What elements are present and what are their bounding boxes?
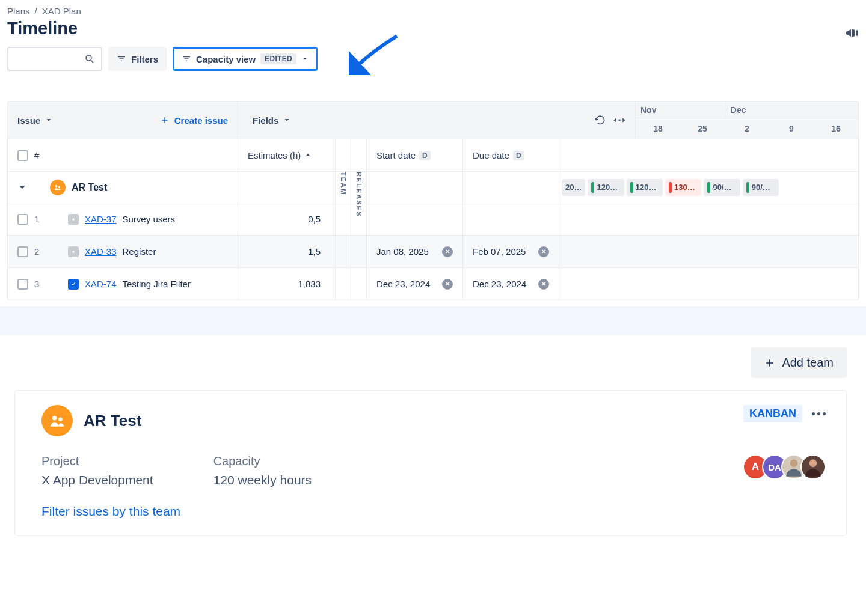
fields-label: Fields (253, 115, 278, 126)
search-icon (84, 53, 95, 64)
table-header-row: Issue Create issue Fields Nov De (8, 102, 858, 139)
row-checkbox[interactable] (17, 246, 28, 257)
start-date-header[interactable]: Start date D (366, 139, 462, 171)
issue-column-header[interactable]: Issue (8, 102, 132, 139)
clear-date-icon[interactable] (442, 246, 453, 257)
breadcrumb: Plans / XAD Plan (7, 6, 859, 16)
capacity-pill[interactable]: 120… (627, 179, 663, 196)
more-menu-button[interactable] (812, 412, 826, 415)
svg-point-4 (72, 218, 74, 220)
date-badge: D (419, 151, 431, 160)
team-name-label: AR Test (72, 182, 107, 193)
add-team-button[interactable]: Add team (751, 347, 847, 378)
start-date-label: Start date (376, 150, 416, 160)
row-checkbox[interactable] (17, 279, 28, 290)
due-date-label: Due date (473, 150, 509, 160)
svg-point-2 (55, 184, 58, 187)
issue-row[interactable]: 3 XAD-74 Testing Jira Filter 1,833Dec 23… (8, 267, 858, 300)
issue-key-link[interactable]: XAD-33 (85, 246, 117, 257)
select-all-checkbox[interactable] (17, 150, 28, 161)
search-input[interactable] (7, 47, 102, 71)
team-vertical-tab[interactable]: TEAM (335, 172, 351, 203)
svg-point-0 (86, 55, 91, 61)
add-team-label: Add team (782, 356, 834, 370)
capacity-pill[interactable]: 90/… (743, 179, 779, 196)
releases-tab[interactable] (351, 139, 366, 171)
megaphone-icon[interactable] (844, 26, 859, 40)
capacity-value: 120 weekly hours (213, 473, 312, 487)
hash-label: # (34, 150, 39, 160)
sort-asc-icon (304, 152, 312, 159)
toolbar: Filters Capacity view EDITED (7, 47, 859, 71)
due-date-header[interactable]: Due date D (462, 139, 559, 171)
capacity-pill[interactable]: 130… (665, 179, 701, 196)
svg-point-5 (72, 251, 74, 252)
start-date-cell[interactable] (366, 203, 462, 235)
issue-key-link[interactable]: XAD-74 (85, 279, 117, 289)
issue-summary: Testing Jira Filter (123, 279, 191, 289)
capacity-bar (591, 182, 594, 193)
svg-line-1 (91, 60, 93, 63)
estimates-header[interactable]: Estimates (h) (238, 139, 335, 171)
story-icon (68, 246, 79, 257)
task-icon (68, 279, 79, 290)
svg-point-9 (809, 459, 817, 467)
team-card-icon (41, 405, 73, 436)
capacity-bar (746, 182, 749, 193)
capacity-pill-label: 120… (597, 183, 618, 192)
capacity-pill[interactable]: 120… (588, 179, 624, 196)
capacity-pill[interactable]: 20… (562, 179, 585, 196)
issue-row[interactable]: 1 XAD-37 Survey users 0,5 (8, 203, 858, 235)
issue-key-link[interactable]: XAD-37 (85, 214, 117, 224)
releases-vertical-tab[interactable]: RELEASES (351, 172, 366, 203)
capacity-bar (707, 182, 710, 193)
svg-point-6 (52, 416, 57, 421)
day-label: 16 (814, 124, 858, 133)
plus-icon (764, 357, 776, 369)
edited-badge: EDITED (260, 53, 296, 64)
undo-icon[interactable] (594, 114, 606, 126)
team-tab[interactable] (335, 139, 351, 171)
filter-icon (117, 54, 126, 64)
row-checkbox[interactable] (17, 214, 28, 225)
avatar[interactable] (800, 454, 826, 480)
due-date-cell[interactable]: Feb 07, 2025 (462, 236, 559, 267)
capacity-cells: 20…120…120…130…90/…90/… (559, 172, 781, 203)
date-badge: D (513, 151, 524, 160)
day-label: 9 (769, 124, 814, 133)
team-row[interactable]: AR Test TEAM RELEASES 20…120…120…130…90/… (8, 171, 858, 203)
estimate-cell[interactable]: 1,833 (238, 268, 335, 300)
breadcrumb-current: XAD Plan (42, 6, 81, 16)
clear-date-icon[interactable] (442, 279, 453, 290)
project-value: X App Development (41, 473, 153, 487)
capacity-view-label: Capacity view (196, 54, 256, 64)
estimate-cell[interactable]: 1,5 (238, 236, 335, 267)
create-issue-button[interactable]: Create issue (160, 115, 228, 126)
filter-by-team-link[interactable]: Filter issues by this team (41, 504, 180, 519)
svg-point-3 (58, 186, 60, 188)
capacity-bar (630, 182, 633, 193)
day-label: 18 (636, 124, 680, 133)
fields-dropdown[interactable]: Fields (238, 102, 335, 139)
capacity-pill-label: 130… (674, 183, 695, 192)
chevron-down-icon[interactable] (17, 183, 27, 192)
capacity-pill[interactable]: 90/… (704, 179, 740, 196)
svg-point-7 (58, 418, 63, 422)
due-date-cell[interactable] (462, 203, 559, 235)
breadcrumb-parent[interactable]: Plans (7, 6, 30, 16)
filters-button[interactable]: Filters (108, 47, 167, 71)
due-date-cell[interactable]: Dec 23, 2024 (462, 268, 559, 300)
capacity-view-button[interactable]: Capacity view EDITED (173, 47, 318, 71)
column-subheader-row: # Estimates (h) Start date D Due date D (8, 139, 858, 171)
clear-date-icon[interactable] (538, 246, 549, 257)
story-icon (68, 214, 79, 225)
collapse-expand-icon[interactable] (612, 115, 627, 126)
clear-date-icon[interactable] (538, 279, 549, 290)
start-date-cell[interactable]: Jan 08, 2025 (366, 236, 462, 267)
month-dec: Dec (726, 102, 858, 118)
issue-row[interactable]: 2 XAD-33 Register 1,5Jan 08, 2025Feb 07,… (8, 235, 858, 267)
start-date-cell[interactable]: Dec 23, 2024 (366, 268, 462, 300)
estimate-cell[interactable]: 0,5 (238, 203, 335, 235)
team-card-title: AR Test (84, 412, 141, 430)
create-issue-label: Create issue (174, 115, 228, 126)
